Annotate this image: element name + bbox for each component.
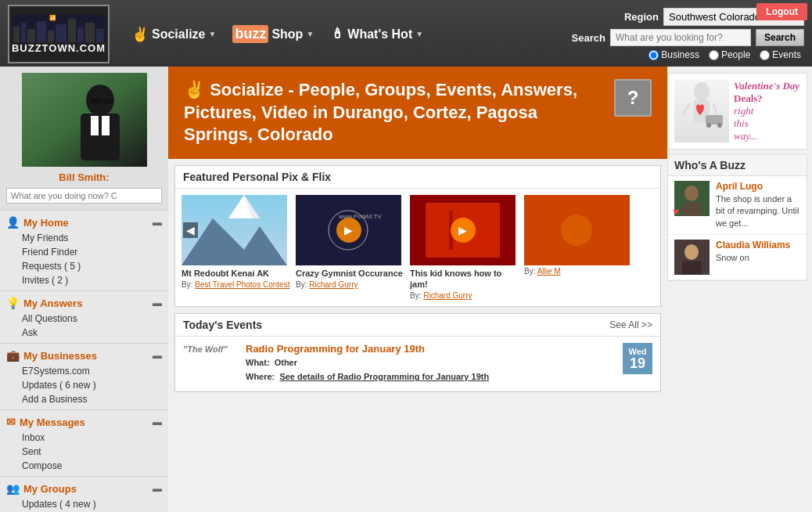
sidebar-my-home-collapse[interactable]: ▬	[153, 217, 162, 228]
video-1-thumb[interactable]: ◀	[181, 195, 287, 265]
sidebar-my-messages-header[interactable]: ✉ My Messages ▬	[0, 413, 168, 431]
sidebar-my-friends[interactable]: My Friends	[0, 231, 168, 245]
valentines-ad[interactable]: Valentine's Day Deals? right this way...	[667, 73, 807, 150]
sidebar-compose[interactable]: Compose	[0, 459, 168, 473]
radio-people[interactable]: People	[709, 49, 750, 60]
sidebar-invites[interactable]: Invites ( 2 )	[0, 273, 168, 287]
svg-line-33	[682, 103, 690, 115]
radio-business-input[interactable]	[649, 50, 659, 60]
sidebar-my-answers-collapse[interactable]: ▬	[153, 297, 162, 308]
briefcase-icon: 💼	[6, 349, 20, 362]
status-input[interactable]	[6, 188, 162, 204]
nav-whats-hot[interactable]: 🕯 What's Hot ▼	[324, 23, 429, 45]
nav-area: ✌ Socialize ▼ buzz Shop ▼ 🕯 What's Hot ▼	[117, 22, 572, 46]
sidebar-my-businesses-header[interactable]: 💼 My Businesses ▬	[0, 347, 168, 364]
video-4-by: By: Allie M	[524, 267, 634, 276]
sidebar-my-groups-title: 👥 My Groups	[6, 482, 77, 495]
sidebar-section-my-messages: ✉ My Messages ▬ Inbox Sent Compose	[0, 410, 168, 477]
svg-rect-18	[103, 99, 113, 103]
sidebar-group-updates[interactable]: Updates ( 4 new )	[0, 497, 168, 511]
username[interactable]: Bill Smith:	[6, 171, 162, 183]
nav-whats-hot-label: What's Hot	[347, 27, 412, 41]
video-3-play[interactable]: ▶	[451, 218, 476, 243]
video-4-by-link[interactable]: Allie M	[537, 267, 561, 276]
video-4: By: Allie M	[524, 195, 634, 301]
sidebar-my-groups-collapse[interactable]: ▬	[153, 483, 162, 494]
video-2-thumb[interactable]: www.PodAll.TV ▶	[296, 195, 401, 265]
sidebar-all-questions[interactable]: All Questions	[0, 312, 168, 326]
sidebar-my-answers-title: 💡 My Answers	[6, 297, 82, 309]
svg-point-30	[561, 215, 592, 246]
logout-button[interactable]: Logout	[756, 3, 807, 20]
whos-buzz-header: Who's A Buzz	[668, 155, 807, 176]
radio-events-input[interactable]	[760, 50, 770, 60]
sidebar-ask[interactable]: Ask	[0, 326, 168, 340]
video-4-thumb[interactable]	[524, 195, 630, 265]
user-profile: Bill Smith:	[0, 67, 168, 211]
video-2-by: By: Richard Gurry	[296, 280, 405, 289]
buzz-avatar-1-svg	[674, 181, 710, 216]
event-date-num: 19	[630, 356, 645, 370]
svg-rect-2	[21, 23, 26, 42]
content-area: ✌ Socialize - People, Groups, Events, An…	[168, 67, 667, 512]
search-button[interactable]: Search	[756, 29, 804, 46]
sidebar-requests[interactable]: Requests ( 5 )	[0, 259, 168, 273]
valentines-figure	[674, 80, 729, 142]
sidebar-e7systems[interactable]: E7Systems.com	[0, 364, 168, 378]
help-icon: ?	[627, 87, 639, 109]
sidebar-friend-finder[interactable]: Friend Finder	[0, 245, 168, 259]
buzz-name-2[interactable]: Claudia Williams	[716, 240, 800, 251]
video-3-thumb[interactable]: ▶	[410, 195, 516, 265]
video-2-by-link[interactable]: Richard Gurry	[309, 280, 357, 289]
sidebar-my-messages-collapse[interactable]: ▬	[153, 416, 162, 427]
person-icon: 👤	[6, 216, 20, 229]
sidebar-inbox[interactable]: Inbox	[0, 431, 168, 445]
radio-business[interactable]: Business	[649, 49, 699, 60]
valentines-figure-svg	[674, 80, 729, 142]
search-input[interactable]	[610, 29, 751, 46]
featured-header: Featured Personal Pix & Flix	[175, 166, 660, 189]
radio-events[interactable]: Events	[760, 49, 801, 60]
events-see-all[interactable]: See All >>	[609, 319, 652, 330]
video-2-play[interactable]: ▶	[336, 218, 361, 243]
svg-rect-3	[27, 29, 35, 42]
buzz-badge: buzz	[232, 25, 268, 43]
peace-icon: ✌	[131, 26, 149, 43]
logo[interactable]: 📶 BUZZTOWN.COM	[8, 5, 110, 63]
flame-icon: 🕯	[330, 26, 344, 42]
event-row-1: "The Wolf" Radio Programming for January…	[175, 337, 660, 391]
sidebar-my-businesses-collapse[interactable]: ▬	[153, 350, 162, 361]
events-header: Today's Events See All >>	[175, 314, 660, 337]
sidebar-sent[interactable]: Sent	[0, 445, 168, 459]
valentines-content: Valentine's Day Deals? right this way...	[674, 80, 800, 142]
nav-shop-arrow: ▼	[306, 30, 314, 38]
event-where-link[interactable]: See details of Radio Programming for Jan…	[279, 372, 489, 381]
radio-people-input[interactable]	[709, 50, 719, 60]
envelope-icon: ✉	[6, 416, 16, 428]
sidebar-business-updates[interactable]: Updates ( 6 new )	[0, 378, 168, 392]
sidebar-my-messages-title: ✉ My Messages	[6, 416, 85, 428]
nav-socialize-label: Socialize	[152, 27, 205, 41]
video-1-by-link[interactable]: Best Travel Photos Contest	[195, 280, 289, 289]
svg-line-34	[713, 103, 717, 115]
featured-section: Featured Personal Pix & Flix ◀	[174, 165, 661, 308]
nav-shop[interactable]: buzz Shop ▼	[226, 22, 320, 46]
sidebar-my-answers-header[interactable]: 💡 My Answers ▬	[0, 294, 168, 312]
logo-text: BUZZTOWN.COM	[12, 42, 106, 54]
nav-socialize[interactable]: ✌ Socialize ▼	[125, 23, 222, 46]
buzz-avatar-1[interactable]: ♥	[674, 181, 710, 216]
buzz-name-1[interactable]: April Lugo	[716, 181, 800, 192]
help-icon-box[interactable]: ?	[614, 79, 652, 117]
video-nav-left[interactable]: ◀	[183, 222, 198, 238]
video-3-by-link[interactable]: Richard Gurry	[423, 291, 472, 300]
sidebar-add-business[interactable]: Add a Business	[0, 392, 168, 406]
hero-text: ✌ Socialize - People, Groups, Events, An…	[184, 79, 606, 146]
event-name[interactable]: Radio Programming for January 19th	[246, 343, 615, 355]
sidebar-my-home-header[interactable]: 👤 My Home ▬	[0, 214, 168, 231]
buzz-info-1: April Lugo The shop is under a bit of re…	[716, 181, 800, 229]
svg-point-42	[684, 244, 699, 260]
buzz-avatar-2[interactable]	[674, 240, 710, 275]
valentines-deals-text: Deals?	[734, 92, 799, 105]
sidebar: Bill Smith: 👤 My Home ▬ My Friends Frien…	[0, 67, 168, 512]
sidebar-my-groups-header[interactable]: 👥 My Groups ▬	[0, 480, 168, 497]
